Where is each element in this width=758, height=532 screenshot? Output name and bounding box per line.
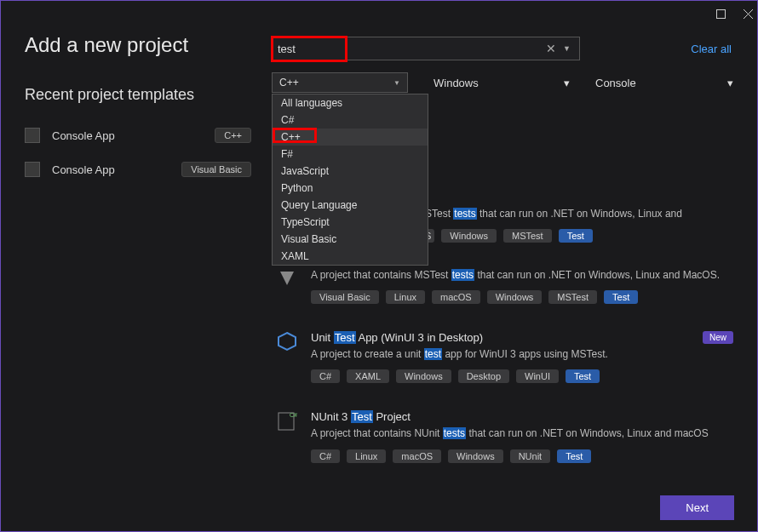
language-option[interactable]: F# <box>273 146 428 163</box>
language-option[interactable]: XAML <box>273 248 428 265</box>
language-filter-value: C++ <box>279 77 299 89</box>
template-tag: Test <box>566 369 600 383</box>
chevron-down-icon: ▾ <box>727 77 733 89</box>
template-item[interactable]: C# NUnit 3 Test Project A project that c… <box>272 405 733 467</box>
template-tag: Test <box>557 449 591 463</box>
platform-filter-value: Windows <box>434 77 479 89</box>
maximize-icon[interactable] <box>715 8 726 20</box>
template-tag: MSTest <box>548 290 597 304</box>
title-bar <box>1 1 757 26</box>
svg-rect-0 <box>716 9 725 18</box>
search-box[interactable]: ✕ ▼ <box>272 37 580 60</box>
language-option[interactable]: Visual Basic <box>273 231 428 248</box>
language-filter-combo[interactable]: C++ ▼ All languages C# C++ F# JavaScript… <box>272 72 408 93</box>
template-list: A project that contains MSTest tests tha… <box>272 263 733 468</box>
recent-template-tag: C++ <box>215 128 251 143</box>
template-tag: macOS <box>393 449 441 463</box>
language-option[interactable]: TypeScript <box>273 214 428 231</box>
template-tag: Visual Basic <box>311 290 379 304</box>
template-item[interactable]: New Unit Test App (WinUI 3 in Desktop) A… <box>272 326 733 388</box>
template-icon: C# <box>275 410 299 434</box>
template-icon <box>25 128 40 143</box>
language-option[interactable]: All languages <box>273 94 428 112</box>
annotation-highlight <box>273 128 317 143</box>
template-tag: Windows <box>448 449 503 463</box>
template-desc: A project that contains MSTest tests tha… <box>311 268 730 282</box>
recent-template-item[interactable]: Console App C++ <box>25 128 251 143</box>
template-desc: A project that contains NUnit tests that… <box>311 426 730 440</box>
template-tag: NUnit <box>510 449 551 463</box>
template-title: Unit Test App (WinUI 3 in Desktop) <box>311 331 730 344</box>
template-tag: Windows <box>396 369 451 383</box>
template-tag: Test <box>604 290 638 304</box>
template-item[interactable]: A project that contains MSTest tests tha… <box>272 263 733 309</box>
language-dropdown: All languages C# C++ F# JavaScript Pytho… <box>272 94 428 266</box>
language-option[interactable]: C# <box>273 112 428 129</box>
template-tag: Linux <box>386 290 425 304</box>
close-icon[interactable] <box>742 8 754 20</box>
template-tag: C# <box>311 369 340 383</box>
template-tag: macOS <box>432 290 480 304</box>
recent-template-label: Console App <box>52 163 173 176</box>
template-tag: XAML <box>347 369 389 383</box>
language-option[interactable]: JavaScript <box>273 163 428 180</box>
template-item[interactable]: STest tests that can run on .NET on Wind… <box>425 207 733 243</box>
template-tag: Windows <box>487 290 543 304</box>
template-tag: C# <box>311 449 340 463</box>
template-tag: Windows <box>441 229 497 243</box>
language-option[interactable]: Query Language <box>273 197 428 214</box>
recent-heading: Recent project templates <box>25 86 251 104</box>
new-badge: New <box>703 331 733 344</box>
left-panel: Add a new project Recent project templat… <box>25 26 272 489</box>
template-desc: A project to create a unit test app for … <box>311 347 730 361</box>
recent-template-label: Console App <box>52 129 206 142</box>
template-title: NUnit 3 Test Project <box>311 410 730 423</box>
language-option[interactable]: C++ <box>273 129 428 146</box>
clear-all-link[interactable]: Clear all <box>691 43 733 55</box>
template-tag: Linux <box>347 449 386 463</box>
project-type-filter-combo[interactable]: Console ▾ <box>595 77 733 89</box>
project-type-filter-value: Console <box>595 77 636 89</box>
chevron-down-icon: ▼ <box>393 79 400 87</box>
template-tag: MSTest <box>503 229 552 243</box>
right-panel: ✕ ▼ Clear all C++ ▼ All languages C# C++… <box>272 26 733 489</box>
page-title: Add a new project <box>25 33 251 57</box>
search-dropdown-icon[interactable]: ▼ <box>560 44 574 53</box>
template-icon <box>275 268 299 292</box>
next-button[interactable]: Next <box>660 495 734 520</box>
template-tag: WinUI <box>516 369 559 383</box>
template-icon <box>275 331 299 355</box>
clear-search-icon[interactable]: ✕ <box>543 42 560 55</box>
template-icon <box>25 162 40 177</box>
search-input[interactable] <box>278 43 543 55</box>
template-desc: STest tests that can run on .NET on Wind… <box>425 207 733 220</box>
chevron-down-icon: ▾ <box>564 77 570 89</box>
recent-template-item[interactable]: Console App Visual Basic <box>25 162 251 177</box>
template-tag: Test <box>559 229 593 243</box>
language-option[interactable]: Python <box>273 180 428 197</box>
platform-filter-combo[interactable]: Windows ▾ <box>434 77 570 89</box>
template-tag: Desktop <box>458 369 509 383</box>
recent-template-tag: Visual Basic <box>181 162 251 177</box>
svg-text:C#: C# <box>290 412 297 418</box>
